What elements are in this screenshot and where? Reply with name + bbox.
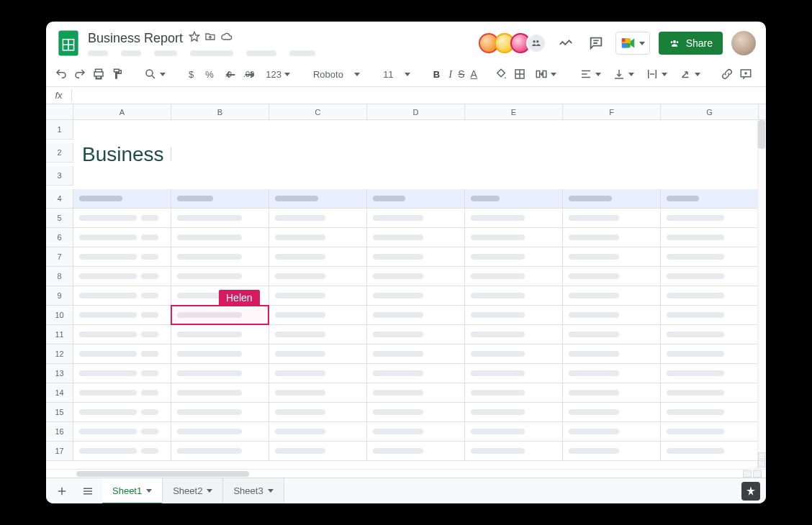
- cell[interactable]: [171, 383, 269, 403]
- cell[interactable]: [269, 120, 367, 143]
- comments-icon[interactable]: [585, 32, 607, 54]
- column-header[interactable]: C: [269, 104, 367, 120]
- cell[interactable]: [661, 166, 759, 189]
- cell[interactable]: [269, 306, 367, 325]
- cell[interactable]: [661, 120, 759, 143]
- vertical-align-button[interactable]: [610, 68, 637, 81]
- cell[interactable]: [171, 166, 269, 189]
- grid-area[interactable]: ABCDEFGH12Business Report345678910111213…: [46, 104, 766, 469]
- select-all-cell[interactable]: [46, 104, 73, 120]
- horizontal-align-button[interactable]: [577, 68, 604, 81]
- cell[interactable]: [563, 344, 661, 364]
- insert-link-button[interactable]: [721, 66, 734, 82]
- cell[interactable]: [465, 383, 563, 403]
- cell[interactable]: [73, 228, 171, 247]
- cell[interactable]: [269, 228, 367, 247]
- cell[interactable]: [367, 364, 465, 383]
- cell[interactable]: [171, 422, 269, 442]
- cell[interactable]: [73, 286, 171, 306]
- column-header[interactable]: G: [661, 104, 759, 120]
- cell[interactable]: [465, 143, 563, 166]
- cell[interactable]: [465, 247, 563, 267]
- cell[interactable]: [661, 143, 759, 166]
- cell[interactable]: [171, 209, 269, 228]
- move-icon[interactable]: [204, 31, 216, 46]
- cell[interactable]: Business Report: [73, 143, 171, 166]
- cell[interactable]: [171, 364, 269, 383]
- cell[interactable]: [661, 442, 759, 461]
- cell[interactable]: [73, 189, 171, 209]
- increase-decimal-button[interactable]: .00: [240, 70, 257, 78]
- cell[interactable]: [171, 442, 269, 461]
- cell[interactable]: [661, 364, 759, 383]
- vertical-scrollbar[interactable]: [757, 120, 766, 469]
- column-header[interactable]: F: [563, 104, 661, 120]
- cell[interactable]: [73, 120, 171, 143]
- row-header[interactable]: 1: [46, 120, 73, 140]
- text-rotation-button[interactable]: [676, 68, 703, 81]
- cell[interactable]: [563, 267, 661, 286]
- cell[interactable]: [269, 267, 367, 286]
- collaborator-more[interactable]: [526, 33, 546, 53]
- number-format-select[interactable]: 123: [263, 69, 293, 80]
- cell[interactable]: [171, 247, 269, 267]
- cell[interactable]: [269, 442, 367, 461]
- cell[interactable]: [73, 267, 171, 286]
- cell[interactable]: [367, 403, 465, 422]
- cell[interactable]: [73, 247, 171, 267]
- cell[interactable]: [171, 325, 269, 344]
- meet-button[interactable]: [615, 32, 650, 55]
- row-header[interactable]: 6: [46, 228, 73, 247]
- cell[interactable]: [563, 166, 661, 189]
- cell[interactable]: [367, 120, 465, 143]
- cell[interactable]: [465, 120, 563, 143]
- column-header[interactable]: D: [367, 104, 465, 120]
- cell[interactable]: [269, 209, 367, 228]
- borders-button[interactable]: [513, 66, 526, 82]
- cell[interactable]: [73, 364, 171, 383]
- cell[interactable]: [73, 166, 171, 189]
- percent-button[interactable]: %: [202, 69, 217, 80]
- redo-button[interactable]: [73, 66, 86, 82]
- cell[interactable]: [367, 247, 465, 267]
- cell[interactable]: [367, 344, 465, 364]
- cell[interactable]: [269, 286, 367, 306]
- row-header[interactable]: 11: [46, 325, 73, 344]
- cell[interactable]: [269, 325, 367, 344]
- cell[interactable]: [563, 325, 661, 344]
- cell[interactable]: [269, 364, 367, 383]
- cell[interactable]: [563, 247, 661, 267]
- cell[interactable]: [367, 228, 465, 247]
- sheet-tab[interactable]: Sheet2: [163, 478, 223, 504]
- zoom-select[interactable]: [141, 68, 168, 81]
- document-title[interactable]: Business Report: [88, 31, 183, 46]
- row-header[interactable]: 12: [46, 344, 73, 364]
- cell[interactable]: [269, 247, 367, 267]
- cell[interactable]: [563, 120, 661, 143]
- cell[interactable]: [465, 267, 563, 286]
- cell[interactable]: [563, 442, 661, 461]
- share-button[interactable]: Share: [659, 32, 723, 55]
- fill-color-button[interactable]: [495, 66, 508, 82]
- cell[interactable]: [171, 228, 269, 247]
- cell[interactable]: [73, 442, 171, 461]
- cell[interactable]: [465, 286, 563, 306]
- bold-button[interactable]: B: [430, 69, 443, 80]
- cell[interactable]: [367, 383, 465, 403]
- cell[interactable]: [563, 403, 661, 422]
- cell[interactable]: [661, 325, 759, 344]
- text-wrap-button[interactable]: [643, 68, 670, 81]
- cell[interactable]: [563, 383, 661, 403]
- sheet-tab[interactable]: Sheet1: [102, 478, 163, 504]
- cell[interactable]: [465, 403, 563, 422]
- insert-comment-button[interactable]: [739, 66, 752, 82]
- formula-input[interactable]: [72, 88, 766, 102]
- cell[interactable]: [661, 189, 759, 209]
- row-header[interactable]: 4: [46, 189, 73, 209]
- cell[interactable]: [269, 143, 367, 166]
- cell[interactable]: [661, 422, 759, 442]
- horizontal-scrollbar[interactable]: [46, 469, 766, 478]
- cell[interactable]: [367, 442, 465, 461]
- row-header[interactable]: 17: [46, 442, 73, 461]
- row-header[interactable]: 8: [46, 267, 73, 286]
